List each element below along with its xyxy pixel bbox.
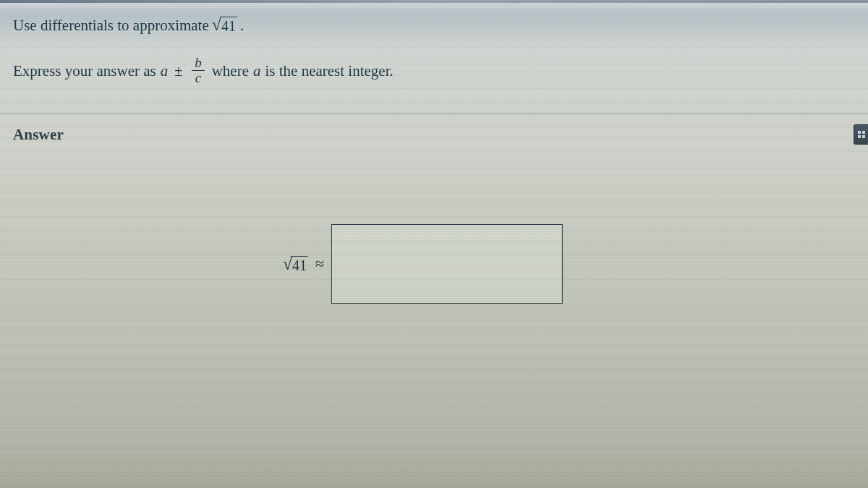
plus-minus-symbol: ±: [174, 63, 182, 80]
instruction-line-2: Express your answer as a ± b c where a i…: [13, 56, 855, 86]
keypad-toggle-button[interactable]: [854, 124, 868, 145]
answer-input[interactable]: [331, 224, 563, 304]
express-mid: where: [212, 62, 249, 80]
variable-a: a: [161, 62, 169, 80]
sqrt-41-answer: √ 41: [283, 254, 308, 274]
approx-equal-symbol: ≈: [315, 254, 324, 273]
express-prefix: Express your answer as: [13, 62, 156, 80]
instruction-suffix: .: [240, 17, 244, 35]
radical-symbol-icon: √: [212, 16, 221, 33]
radicand-41-answer: 41: [291, 256, 308, 274]
answer-heading: Answer: [13, 126, 64, 144]
answer-input-area: √ 41 ≈: [283, 224, 563, 304]
radicand-41: 41: [220, 17, 237, 35]
sqrt-41-inline: √ 41: [212, 14, 237, 35]
fraction-numerator: b: [192, 56, 205, 70]
express-suffix: is the nearest integer.: [265, 62, 393, 80]
fraction-b-over-c: b c: [192, 56, 205, 85]
section-divider: [0, 114, 868, 114]
instruction-prefix: Use differentials to approximate: [13, 17, 209, 35]
instruction-line-1: Use differentials to approximate √ 41 .: [13, 14, 855, 35]
radical-symbol-icon: √: [283, 255, 292, 273]
variable-a-2: a: [253, 62, 261, 80]
fraction-denominator: c: [192, 71, 204, 85]
keypad-icon: [858, 131, 865, 138]
